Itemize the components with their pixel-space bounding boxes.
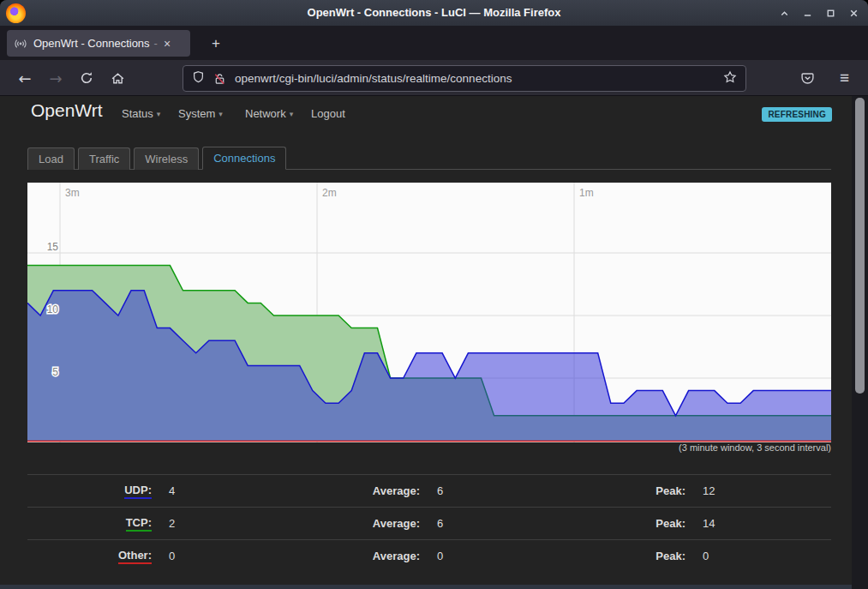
new-tab-button[interactable]: + xyxy=(206,33,226,54)
other-current: 0 xyxy=(152,550,289,562)
tab-load[interactable]: Load xyxy=(27,147,75,170)
insecure-lock-icon[interactable] xyxy=(213,72,226,86)
tcp-current: 2 xyxy=(152,517,289,530)
tcp-average: 6 xyxy=(420,517,574,530)
other-label: Other: xyxy=(118,549,152,564)
tab-connections[interactable]: Connections xyxy=(202,147,286,170)
other-peak-label: Peak: xyxy=(574,550,685,562)
url-text: openwrt/cgi-bin/luci/admin/status/realti… xyxy=(235,72,723,85)
svg-text:5: 5 xyxy=(52,366,58,378)
close-button[interactable] xyxy=(848,8,859,19)
bottom-strip xyxy=(0,585,852,589)
svg-text:2m: 2m xyxy=(322,187,337,199)
tcp-average-label: Average: xyxy=(289,517,420,530)
browser-tab-title: OpenWrt - Connections xyxy=(33,37,150,50)
openwrt-brand: OpenWrt xyxy=(31,100,103,121)
udp-average-label: Average: xyxy=(289,484,420,497)
menu-network[interactable]: Network▾ xyxy=(245,107,293,120)
tab-close-icon[interactable]: × xyxy=(164,37,171,51)
home-button[interactable] xyxy=(105,60,130,96)
window-title: OpenWrt - Connections - LuCI — Mozilla F… xyxy=(0,0,868,26)
udp-label: UDP: xyxy=(124,484,152,499)
stats-table: UDP: 4 Average: 6 Peak: 12 TCP: 2 Averag… xyxy=(27,474,831,572)
table-row-udp: UDP: 4 Average: 6 Peak: 12 xyxy=(27,474,831,507)
scrollbar-track[interactable] xyxy=(852,96,868,589)
other-average: 0 xyxy=(420,550,574,562)
menu-status[interactable]: Status▾ xyxy=(122,107,160,120)
browser-tab[interactable]: OpenWrt - Connections - × xyxy=(7,30,190,57)
tcp-peak-label: Peak: xyxy=(574,517,685,530)
svg-text:3m: 3m xyxy=(65,187,80,199)
tcp-peak: 14 xyxy=(685,517,831,530)
caret-down-icon: ▾ xyxy=(218,110,223,118)
tcp-label: TCP: xyxy=(126,516,152,532)
caret-down-icon: ▾ xyxy=(290,110,294,118)
menu-system[interactable]: System▾ xyxy=(178,107,223,120)
svg-text:1m: 1m xyxy=(579,187,594,199)
realtime-tabs: Load Traffic Wireless Connections xyxy=(27,147,831,170)
svg-text:10: 10 xyxy=(47,304,59,316)
menu-logout[interactable]: Logout xyxy=(311,107,345,120)
firefox-window: OpenWrt - Connections - LuCI — Mozilla F… xyxy=(0,0,868,589)
udp-peak-label: Peak: xyxy=(574,484,685,497)
app-menu-button[interactable]: ≡ xyxy=(840,60,849,96)
maximize-button[interactable] xyxy=(825,8,836,19)
forward-button[interactable]: → xyxy=(43,60,69,96)
scrollbar-thumb[interactable] xyxy=(855,98,865,394)
other-peak: 0 xyxy=(685,550,831,562)
shade-button[interactable] xyxy=(779,8,790,19)
svg-text:15: 15 xyxy=(47,241,59,253)
connections-chart: 3m2m1m15105 xyxy=(27,183,831,442)
udp-current: 4 xyxy=(152,484,289,497)
titlebar: OpenWrt - Connections - LuCI — Mozilla F… xyxy=(0,0,868,26)
other-average-label: Average: xyxy=(289,550,420,562)
table-row-other: Other: 0 Average: 0 Peak: 0 xyxy=(27,539,831,572)
chart-svg: 3m2m1m15105 xyxy=(27,183,831,442)
chart-caption: (3 minute window, 3 second interval) xyxy=(679,442,831,453)
url-bar[interactable]: openwrt/cgi-bin/luci/admin/status/realti… xyxy=(183,65,746,92)
pocket-icon[interactable] xyxy=(800,60,815,96)
udp-peak: 12 xyxy=(685,484,831,497)
browser-tab-bar: OpenWrt - Connections - × + xyxy=(0,26,868,60)
caret-down-icon: ▾ xyxy=(157,110,161,118)
tab-wireless[interactable]: Wireless xyxy=(134,147,199,170)
refreshing-badge: REFRESHING xyxy=(762,107,832,122)
reload-button[interactable] xyxy=(74,60,99,96)
tracking-shield-icon[interactable] xyxy=(192,70,205,87)
tab-title-ellipsis: - xyxy=(154,37,158,50)
bookmark-star-icon[interactable] xyxy=(723,70,737,87)
back-button[interactable]: ← xyxy=(12,60,38,96)
openwrt-favicon-icon xyxy=(14,37,27,51)
udp-average: 6 xyxy=(420,484,574,497)
minimize-button[interactable] xyxy=(802,8,813,19)
table-row-tcp: TCP: 2 Average: 6 Peak: 14 xyxy=(27,507,831,539)
tab-traffic[interactable]: Traffic xyxy=(78,147,130,170)
